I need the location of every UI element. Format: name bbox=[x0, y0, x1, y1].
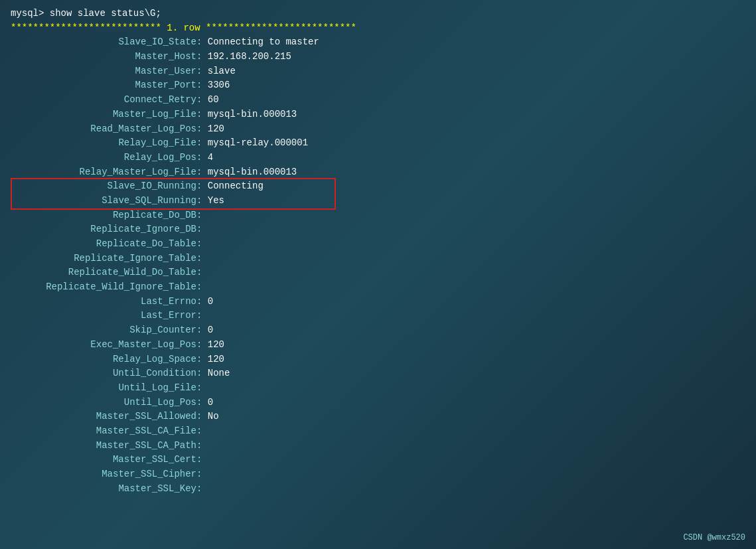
table-row: Master_SSL_CA_Path: bbox=[11, 439, 745, 453]
field-colon: : bbox=[196, 136, 208, 151]
field-label: Master_Log_File bbox=[11, 108, 196, 122]
table-row: Replicate_Ignore_Table: bbox=[11, 252, 745, 266]
field-label: Until_Log_Pos bbox=[11, 396, 196, 410]
field-colon: : bbox=[196, 165, 208, 180]
table-row: Exec_Master_Log_Pos: 120 bbox=[11, 338, 745, 353]
field-value: 0 bbox=[208, 323, 213, 338]
field-colon: : bbox=[196, 35, 208, 50]
fields-container: Slave_IO_State: Connecting to masterMast… bbox=[11, 35, 745, 496]
field-label: Replicate_Wild_Ignore_Table bbox=[11, 280, 196, 295]
field-label: Master_SSL_Key bbox=[11, 482, 196, 497]
field-colon: : bbox=[196, 208, 208, 223]
field-colon: : bbox=[196, 122, 208, 137]
field-label: Replicate_Do_Table bbox=[11, 237, 196, 252]
field-label: Master_Host bbox=[11, 50, 196, 64]
field-colon: : bbox=[196, 266, 208, 280]
field-value: 0 bbox=[208, 396, 213, 410]
terminal-window: mysql> show slave status\G; ************… bbox=[0, 0, 756, 549]
field-label: Master_User bbox=[11, 64, 196, 79]
field-label: Last_Errno bbox=[11, 295, 196, 309]
field-colon: : bbox=[196, 280, 208, 295]
field-colon: : bbox=[196, 194, 208, 208]
field-colon: : bbox=[196, 93, 208, 108]
field-colon: : bbox=[196, 222, 208, 237]
field-value: 120 bbox=[208, 353, 224, 367]
field-colon: : bbox=[196, 151, 208, 165]
table-row: Slave_SQL_Running: Yes bbox=[11, 194, 745, 208]
field-value: Connecting to master bbox=[208, 35, 319, 50]
field-colon: : bbox=[196, 179, 208, 194]
separator-stars-left: *************************** bbox=[11, 21, 167, 36]
field-label: Replicate_Wild_Do_Table bbox=[11, 266, 196, 280]
field-colon: : bbox=[196, 64, 208, 79]
field-colon: : bbox=[196, 323, 208, 338]
table-row: Relay_Log_Pos: 4 bbox=[11, 151, 745, 165]
table-row: Until_Condition: None bbox=[11, 366, 745, 381]
field-label: Replicate_Do_DB bbox=[11, 208, 196, 223]
field-value: mysql-bin.000013 bbox=[208, 108, 297, 122]
field-label: Relay_Log_Space bbox=[11, 353, 196, 367]
field-colon: : bbox=[196, 50, 208, 64]
table-row: Slave_IO_State: Connecting to master bbox=[11, 35, 745, 50]
field-label: Master_SSL_Cipher bbox=[11, 467, 196, 482]
field-colon: : bbox=[196, 108, 208, 122]
table-row: Skip_Counter: 0 bbox=[11, 323, 745, 338]
mysql-command: show slave status\G; bbox=[50, 7, 161, 21]
row-separator: *************************** 1. row *****… bbox=[11, 21, 745, 36]
field-colon: : bbox=[196, 366, 208, 381]
field-label: Connect_Retry bbox=[11, 93, 196, 108]
table-row: Last_Error: bbox=[11, 309, 745, 323]
table-row: Relay_Log_Space: 120 bbox=[11, 353, 745, 367]
field-label: Exec_Master_Log_Pos bbox=[11, 338, 196, 353]
table-row: Until_Log_Pos: 0 bbox=[11, 396, 745, 410]
field-value: 60 bbox=[208, 93, 219, 108]
table-row: Master_SSL_Cert: bbox=[11, 453, 745, 467]
command-line: mysql> show slave status\G; bbox=[11, 7, 745, 21]
table-row: Relay_Log_File: mysql-relay.000001 bbox=[11, 136, 745, 151]
table-row: Master_SSL_Key: bbox=[11, 482, 745, 497]
table-row: Master_SSL_Allowed: No bbox=[11, 410, 745, 424]
field-colon: : bbox=[196, 252, 208, 266]
field-colon: : bbox=[196, 410, 208, 424]
table-row: Last_Errno: 0 bbox=[11, 295, 745, 309]
field-value: 120 bbox=[208, 338, 224, 353]
field-label: Replicate_Ignore_DB bbox=[11, 222, 196, 237]
table-row: Replicate_Do_Table: bbox=[11, 237, 745, 252]
field-label: Master_Port bbox=[11, 78, 196, 93]
field-label: Slave_IO_State bbox=[11, 35, 196, 50]
separator-stars-right: *************************** bbox=[200, 21, 356, 36]
field-colon: : bbox=[196, 482, 208, 497]
field-label: Relay_Log_Pos bbox=[11, 151, 196, 165]
field-label: Read_Master_Log_Pos bbox=[11, 122, 196, 137]
mysql-prompt: mysql> bbox=[11, 7, 50, 21]
table-row: Master_Port: 3306 bbox=[11, 78, 745, 93]
table-row: Replicate_Do_DB: bbox=[11, 208, 745, 223]
table-row: Until_Log_File: bbox=[11, 381, 745, 396]
field-value: 0 bbox=[208, 295, 213, 309]
table-row: Connect_Retry: 60 bbox=[11, 93, 745, 108]
field-label: Last_Error bbox=[11, 309, 196, 323]
field-value: 3306 bbox=[208, 78, 230, 93]
field-value: mysql-relay.000001 bbox=[208, 136, 308, 151]
table-row: Master_User: slave bbox=[11, 64, 745, 79]
field-colon: : bbox=[196, 338, 208, 353]
field-colon: : bbox=[196, 78, 208, 93]
row-label: 1. row bbox=[167, 21, 200, 36]
field-colon: : bbox=[196, 424, 208, 439]
table-row: Master_SSL_Cipher: bbox=[11, 467, 745, 482]
field-colon: : bbox=[196, 309, 208, 323]
watermark: CSDN @wmxz520 bbox=[683, 533, 745, 542]
field-colon: : bbox=[196, 439, 208, 453]
table-row: Relay_Master_Log_File: mysql-bin.000013 bbox=[11, 165, 745, 180]
field-label: Master_SSL_CA_File bbox=[11, 424, 196, 439]
field-colon: : bbox=[196, 396, 208, 410]
field-value: No bbox=[208, 410, 219, 424]
field-value: 4 bbox=[208, 151, 213, 165]
field-colon: : bbox=[196, 353, 208, 367]
field-value: Yes bbox=[208, 194, 224, 208]
field-value: slave bbox=[208, 64, 236, 79]
table-row: Master_Host: 192.168.200.215 bbox=[11, 50, 745, 64]
table-row: Replicate_Wild_Ignore_Table: bbox=[11, 280, 745, 295]
field-value: None bbox=[208, 366, 230, 381]
field-colon: : bbox=[196, 467, 208, 482]
